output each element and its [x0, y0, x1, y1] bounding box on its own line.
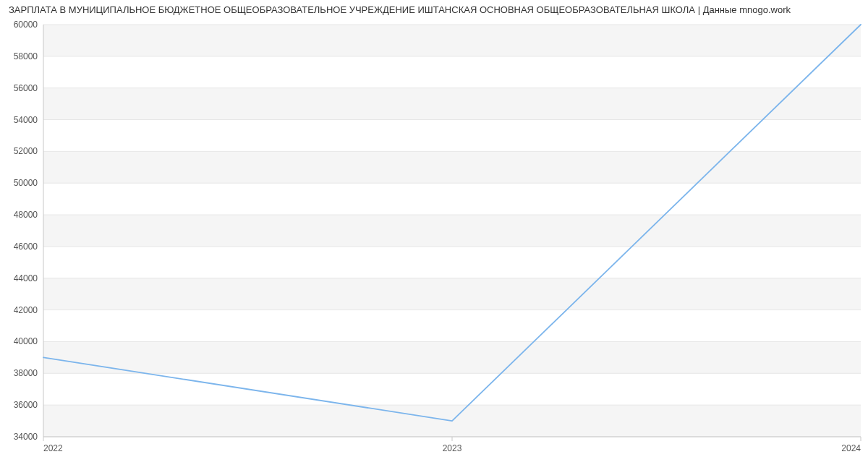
y-tick-label: 60000: [14, 20, 38, 30]
x-tick-label: 2023: [443, 443, 462, 453]
y-tick-label: 46000: [14, 242, 38, 252]
y-tick-label: 54000: [14, 115, 38, 125]
y-tick-label: 58000: [14, 51, 38, 61]
svg-rect-3: [43, 215, 861, 247]
y-tick-label: 56000: [14, 83, 38, 93]
chart-plot-area: 3400036000380004000042000440004600048000…: [0, 17, 868, 463]
y-tick-label: 44000: [14, 273, 38, 283]
y-tick-label: 50000: [14, 178, 38, 188]
x-tick-label: 2024: [841, 443, 861, 453]
svg-rect-2: [43, 278, 861, 310]
y-tick-label: 40000: [14, 336, 38, 346]
svg-rect-1: [43, 341, 861, 373]
svg-rect-4: [43, 151, 861, 183]
x-tick-label: 2022: [43, 443, 63, 453]
chart-svg: 3400036000380004000042000440004600048000…: [0, 17, 868, 463]
svg-rect-5: [43, 88, 861, 120]
y-tick-label: 42000: [14, 305, 38, 315]
chart-title: ЗАРПЛАТА В МУНИЦИПАЛЬНОЕ БЮДЖЕТНОЕ ОБЩЕО…: [0, 0, 868, 15]
y-tick-label: 52000: [14, 146, 38, 156]
y-tick-label: 38000: [14, 368, 38, 378]
svg-rect-6: [43, 25, 861, 56]
y-tick-label: 36000: [14, 400, 38, 410]
y-tick-label: 34000: [14, 432, 38, 442]
y-tick-label: 48000: [14, 210, 38, 220]
